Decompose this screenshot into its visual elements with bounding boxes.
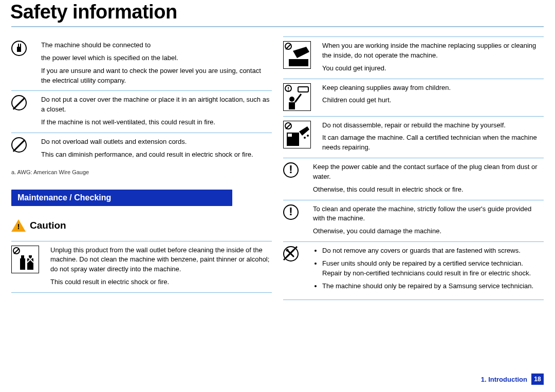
svg-line-11 [295, 94, 301, 102]
text: Keep the power cable and the contact sur… [313, 162, 544, 182]
bullet: The machine should only be repaired by a… [322, 282, 544, 291]
left-column: The machine should be connected to the p… [11, 36, 272, 300]
text: Do not disassemble, repair or rebuild th… [322, 121, 544, 130]
text: Children could get hurt. [322, 96, 544, 105]
svg-rect-1 [21, 255, 24, 258]
keep-away-children-icon: ! [283, 83, 315, 111]
prohibit-icon [11, 95, 34, 110]
warning-triangle-icon [11, 219, 26, 232]
text: This can diminish performance, and could… [41, 150, 272, 160]
prohibit-icon [11, 137, 34, 153]
svg-point-9 [289, 97, 294, 102]
row-do-not-disassemble: Do not disassemble, repair or rebuild th… [283, 117, 544, 159]
bullet: Fuser units should only be repaired by a… [322, 259, 544, 278]
hand-in-machine-icon [283, 41, 315, 69]
text: The machine should be connected to [41, 41, 272, 50]
row-no-overload: Do not overload wall outlets and extensi… [11, 133, 272, 165]
no-tools-icon [283, 246, 306, 262]
text: You could get injured. [322, 64, 544, 73]
row-dont-operate-while-servicing: When you are working inside the machine … [283, 37, 544, 79]
row-follow-guide: To clean and operate the machine, strict… [283, 200, 544, 242]
svg-rect-7 [289, 59, 308, 66]
page-number: 18 [531, 374, 544, 385]
page-footer: 1. Introduction 18 [481, 374, 544, 385]
text: It can damage the machine. Call a certif… [322, 133, 544, 153]
svg-rect-0 [20, 258, 25, 270]
svg-rect-13 [288, 134, 292, 137]
text: Keep cleaning supplies away from childre… [322, 83, 544, 93]
svg-rect-8 [298, 87, 308, 92]
chapter-label: 1. Introduction [481, 376, 527, 383]
svg-rect-10 [289, 102, 295, 109]
svg-point-15 [307, 135, 309, 137]
exclamation-circle-icon [283, 204, 306, 220]
page-title: Safety information [10, 0, 544, 26]
row-keep-plug-clean: Keep the power cable and the contact sur… [283, 158, 544, 200]
text: Unplug this product from the wall outlet… [50, 246, 272, 275]
plug-mandatory-icon [11, 41, 34, 56]
title-divider [11, 26, 544, 27]
row-keep-from-children: ! Keep cleaning supplies away from child… [283, 79, 544, 117]
text: Otherwise, this could result in electric… [313, 185, 544, 195]
text: Do not overload wall outlets and extensi… [41, 137, 272, 147]
caution-heading: Caution [11, 219, 272, 232]
text: Otherwise, you could damage the machine. [313, 227, 544, 236]
svg-point-18 [286, 249, 289, 252]
section-heading-maintenance: Maintenance / Checking [11, 190, 232, 206]
text: To clean and operate the machine, strict… [313, 204, 544, 224]
text: If you are unsure and want to check the … [41, 66, 272, 86]
row-no-cover: Do not put a cover over the machine or p… [11, 91, 272, 133]
svg-line-19 [284, 247, 297, 260]
text: This could result in electric shock or f… [50, 277, 272, 287]
row-unplug-before-cleaning: Unplug this product from the wall outlet… [11, 241, 272, 293]
no-solvents-icon [11, 246, 43, 273]
row-no-remove-covers: Do not remove any covers or guards that … [283, 242, 544, 300]
text: If the machine is not well-ventilated, t… [41, 118, 272, 127]
footnote-awg: a. AWG: American Wire Gauge [11, 169, 272, 175]
no-self-repair-icon [283, 121, 315, 148]
svg-marker-6 [293, 47, 309, 58]
svg-point-14 [304, 137, 306, 139]
text: When you are working inside the machine … [322, 41, 544, 61]
caution-label: Caution [30, 220, 66, 231]
text: Do not put a cover over the machine or p… [41, 95, 272, 115]
exclamation-circle-icon [283, 162, 306, 178]
row-power-level: The machine should be connected to the p… [11, 36, 272, 91]
text: the power level which is specified on th… [41, 53, 272, 63]
bullet: Do not remove any covers or guards that … [322, 246, 544, 256]
right-column: When you are working inside the machine … [283, 36, 544, 300]
content-columns: The machine should be connected to the p… [11, 36, 544, 300]
